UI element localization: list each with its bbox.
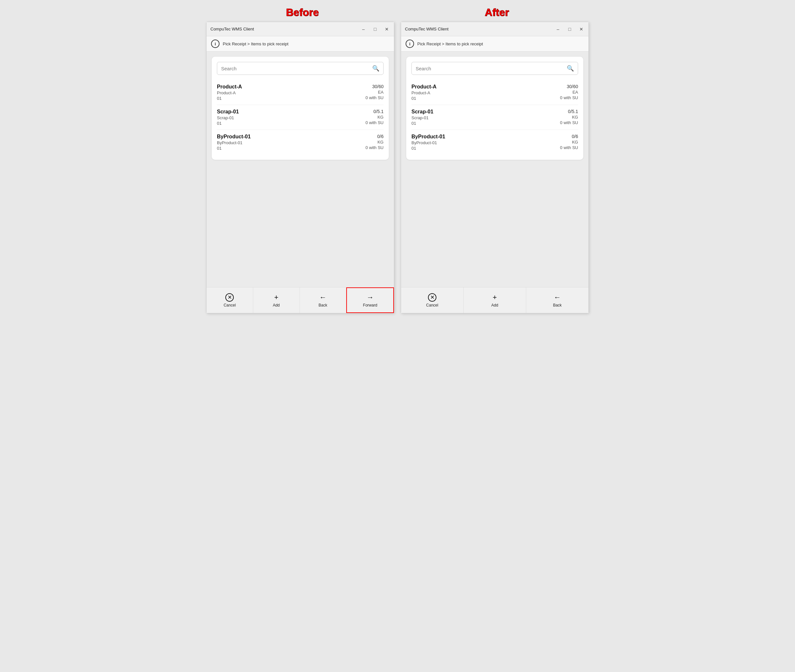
after-item-unit-1: KG [560,115,578,120]
after-search-bar: 🔍 [412,62,578,75]
before-item-unit-2: KG [365,140,383,144]
before-forward-label: Forward [363,303,377,307]
before-breadcrumb: Pick Receipt > Items to pick receipt [223,42,289,46]
before-item-left-1: Scrap-01 Scrap-01 01 [217,109,239,126]
before-item-su-2: 0 with SU [365,145,383,150]
before-back-icon: ← [319,293,327,302]
before-item-row-2[interactable]: ByProduct-01 ByProduct-01 01 0/6 KG 0 wi… [217,130,383,155]
after-maximize-button[interactable]: □ [566,26,573,32]
before-item-name-2: ByProduct-01 [217,134,251,140]
before-item-su-1: 0 with SU [365,120,383,125]
after-item-unit-2: KG [560,140,578,144]
before-items-card: 🔍 Product-A Product-A 01 30/60 EA 0 with… [212,57,389,160]
after-item-name-0: Product-A [412,84,436,90]
before-item-name-0: Product-A [217,84,242,90]
before-back-label: Back [319,303,327,307]
before-title: CompuTec WMS Client [210,27,254,32]
before-item-qty-2: 0/6 [365,134,383,139]
before-cancel-icon: ✕ [225,293,234,302]
after-item-qty-1: 0/5.1 [560,109,578,114]
before-item-row-1[interactable]: Scrap-01 Scrap-01 01 0/5.1 KG 0 with SU [217,105,383,130]
after-item-sub1-0: Product-A [412,90,436,95]
before-minimize-button[interactable]: – [360,26,367,32]
before-bottom-bar: ✕ Cancel + Add ← Back → Forward [207,287,394,313]
before-forward-button[interactable]: → Forward [346,287,394,313]
before-item-left-0: Product-A Product-A 01 [217,84,242,101]
after-titlebar-controls: – □ ✕ [555,26,585,32]
before-cancel-button[interactable]: ✕ Cancel [207,287,253,313]
after-item-row-1[interactable]: Scrap-01 Scrap-01 01 0/5.1 KG 0 with SU [412,105,578,130]
after-back-icon: ← [554,293,561,302]
before-item-unit-1: KG [365,115,383,120]
before-close-button[interactable]: ✕ [383,26,390,32]
after-item-sub2-2: 01 [412,146,445,150]
before-item-right-0: 30/60 EA 0 with SU [365,84,383,100]
before-item-right-1: 0/5.1 KG 0 with SU [365,109,383,125]
after-search-icon: 🔍 [567,65,574,72]
before-window: CompuTec WMS Client – □ ✕ i Pick Receipt… [206,22,394,313]
before-info-icon[interactable]: i [211,40,220,48]
before-item-sub1-2: ByProduct-01 [217,140,251,145]
after-titlebar: CompuTec WMS Client – □ ✕ [401,22,588,36]
after-item-su-2: 0 with SU [560,145,578,150]
after-back-button[interactable]: ← Back [526,287,588,313]
after-close-button[interactable]: ✕ [578,26,585,32]
after-info-icon[interactable]: i [406,40,414,48]
after-item-left-1: Scrap-01 Scrap-01 01 [412,109,433,126]
before-item-su-0: 0 with SU [365,95,383,100]
after-cancel-icon: ✕ [428,293,436,302]
before-titlebar: CompuTec WMS Client – □ ✕ [207,22,394,36]
before-add-icon: + [274,293,279,302]
after-breadcrumb-bar: i Pick Receipt > Items to pick receipt [401,36,588,51]
after-search-input[interactable] [416,66,567,71]
before-item-left-2: ByProduct-01 ByProduct-01 01 [217,134,251,150]
after-item-right-0: 30/60 EA 0 with SU [560,84,578,100]
after-item-row-2[interactable]: ByProduct-01 ByProduct-01 01 0/6 KG 0 wi… [412,130,578,155]
after-item-left-2: ByProduct-01 ByProduct-01 01 [412,134,445,150]
before-titlebar-controls: – □ ✕ [360,26,390,32]
before-item-qty-0: 30/60 [365,84,383,89]
after-item-left-0: Product-A Product-A 01 [412,84,436,101]
after-window: CompuTec WMS Client – □ ✕ i Pick Receipt… [401,22,589,313]
after-cancel-label: Cancel [426,303,438,307]
after-label: After [485,6,509,18]
after-bottom-bar: ✕ Cancel + Add ← Back [401,287,588,313]
after-add-button[interactable]: + Add [464,287,526,313]
before-breadcrumb-bar: i Pick Receipt > Items to pick receipt [207,36,394,51]
before-item-right-2: 0/6 KG 0 with SU [365,134,383,150]
after-items-card: 🔍 Product-A Product-A 01 30/60 EA 0 with… [406,57,583,160]
before-item-unit-0: EA [365,90,383,94]
before-item-sub2-1: 01 [217,121,239,126]
after-item-su-0: 0 with SU [560,95,578,100]
before-add-label: Add [272,303,279,307]
before-maximize-button[interactable]: □ [372,26,378,32]
after-item-sub1-1: Scrap-01 [412,115,433,120]
after-item-su-1: 0 with SU [560,120,578,125]
after-cancel-button[interactable]: ✕ Cancel [401,287,464,313]
after-add-icon: + [493,293,497,302]
before-cancel-label: Cancel [224,303,236,307]
after-item-unit-0: EA [560,90,578,94]
before-item-sub1-1: Scrap-01 [217,115,239,120]
before-item-row-0[interactable]: Product-A Product-A 01 30/60 EA 0 with S… [217,80,383,105]
after-item-sub2-1: 01 [412,121,433,126]
after-item-name-1: Scrap-01 [412,109,433,115]
after-breadcrumb: Pick Receipt > Items to pick receipt [417,42,483,46]
after-back-label: Back [553,303,562,307]
after-item-right-2: 0/6 KG 0 with SU [560,134,578,150]
after-minimize-button[interactable]: – [555,26,561,32]
after-item-sub2-0: 01 [412,96,436,101]
before-item-qty-1: 0/5.1 [365,109,383,114]
before-search-input[interactable] [221,66,372,71]
after-item-qty-2: 0/6 [560,134,578,139]
after-main-content: 🔍 Product-A Product-A 01 30/60 EA 0 with… [401,51,588,287]
before-item-name-1: Scrap-01 [217,109,239,115]
before-forward-icon: → [367,293,374,302]
before-search-bar: 🔍 [217,62,383,75]
after-item-right-1: 0/5.1 KG 0 with SU [560,109,578,125]
after-item-row-0[interactable]: Product-A Product-A 01 30/60 EA 0 with S… [412,80,578,105]
before-add-button[interactable]: + Add [253,287,300,313]
after-item-sub1-2: ByProduct-01 [412,140,445,145]
before-item-sub2-2: 01 [217,146,251,150]
before-back-button[interactable]: ← Back [300,287,346,313]
